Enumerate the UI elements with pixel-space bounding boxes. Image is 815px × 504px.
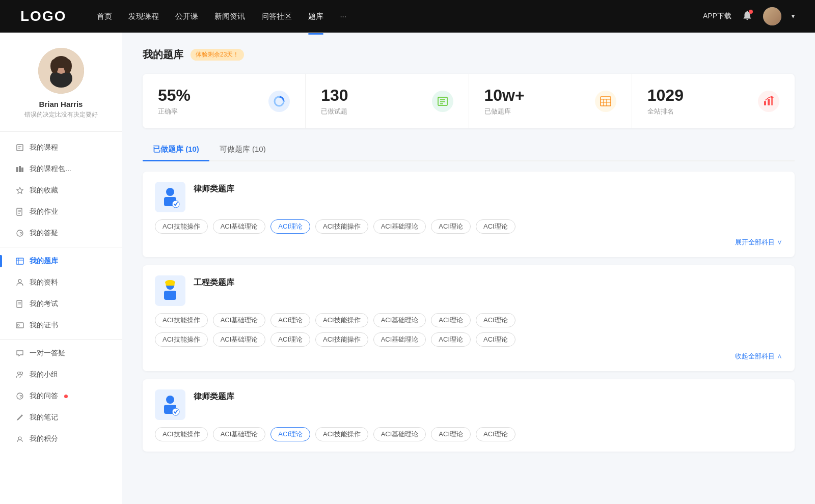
stat-accuracy: 55% 正确率 <box>143 74 306 128</box>
qa-label: 我的答疑 <box>30 229 58 238</box>
eng-tag-13[interactable]: ACI理论 <box>431 332 471 347</box>
sidebar-item-cert[interactable]: 我的证书 <box>0 315 122 336</box>
stat-done-banks-value: 10w+ <box>484 86 587 105</box>
sidebar-profile: Brian Harris 错误的决定比没有决定要好 <box>0 48 122 132</box>
sidebar-item-notes[interactable]: 我的笔记 <box>0 407 122 428</box>
sidebar-item-my-courses[interactable]: 我的课程 <box>0 137 122 158</box>
group-icon <box>15 370 24 379</box>
bank-engineer-collapse[interactable]: 收起全部科目 ∧ <box>155 352 782 361</box>
eng-tag-12[interactable]: ACI基础理论 <box>373 332 426 347</box>
tabs-row: 已做题库 (10) 可做题库 (10) <box>143 141 795 161</box>
user-avatar[interactable] <box>763 7 781 25</box>
sidebar-item-exam[interactable]: 我的考试 <box>0 293 122 315</box>
eng-tag-7[interactable]: ACI理论 <box>476 313 515 327</box>
eng-tag-9[interactable]: ACI基础理论 <box>213 332 266 347</box>
tag-aci-tech-2[interactable]: ACI技能操作 <box>315 219 368 234</box>
nav-more[interactable]: ··· <box>340 10 346 23</box>
l2-tag-1[interactable]: ACI技能操作 <box>155 427 208 441</box>
l2-tag-3[interactable]: ACI理论 <box>270 427 310 441</box>
bank-engineer-title: 工程类题库 <box>194 275 234 288</box>
svg-point-6 <box>64 59 72 73</box>
favorites-icon <box>15 186 24 195</box>
sidebar-item-homework[interactable]: 我的作业 <box>0 201 122 222</box>
nav-qa[interactable]: 问答社区 <box>261 10 292 23</box>
my-courses-icon <box>15 143 24 152</box>
sidebar-item-points[interactable]: 我的积分 <box>0 428 122 450</box>
sidebar-item-bank[interactable]: 我的题库 <box>0 250 122 272</box>
stat-done-icon <box>432 91 453 112</box>
tag-aci-theory-2[interactable]: ACI理论 <box>431 219 471 234</box>
bank-engineer-tags-row2: ACI技能操作 ACI基础理论 ACI理论 ACI技能操作 ACI基础理论 AC… <box>155 332 782 347</box>
course-pack-icon <box>15 164 24 174</box>
stat-accuracy-label: 正确率 <box>158 107 260 116</box>
svg-point-28 <box>17 324 19 326</box>
sidebar-item-course-pack[interactable]: 我的课程包... <box>0 158 122 180</box>
navbar-right: APP下载 ▾ <box>703 7 795 25</box>
favorites-label: 我的收藏 <box>30 186 58 195</box>
exam-label: 我的考试 <box>30 299 58 309</box>
svg-point-34 <box>18 437 21 440</box>
page-title: 我的题库 <box>143 48 183 62</box>
eng-tag-5[interactable]: ACI基础理论 <box>373 313 426 327</box>
qa-icon: ? <box>15 229 24 238</box>
l2-tag-2[interactable]: ACI基础理论 <box>213 427 266 441</box>
svg-point-30 <box>20 372 23 375</box>
sidebar-item-qa[interactable]: ? 我的答疑 <box>0 222 122 244</box>
nav-discover[interactable]: 发现课程 <box>128 10 159 23</box>
page-header: 我的题库 体验剩余23天！ <box>143 48 795 62</box>
engineer-icon <box>155 275 185 306</box>
sidebar-item-favorites[interactable]: 我的收藏 <box>0 180 122 201</box>
profile-label: 我的资料 <box>30 278 58 287</box>
eng-tag-2[interactable]: ACI基础理论 <box>213 313 266 327</box>
eng-tag-14[interactable]: ACI理论 <box>476 332 515 347</box>
tag-aci-theory-3[interactable]: ACI理论 <box>476 219 515 234</box>
l2-tag-4[interactable]: ACI技能操作 <box>315 427 368 441</box>
nav-bank[interactable]: 题库 <box>308 10 323 23</box>
sidebar-divider-2 <box>0 339 122 340</box>
tag-aci-tech-1[interactable]: ACI技能操作 <box>155 219 208 234</box>
tag-aci-theory-1[interactable]: ACI理论 <box>270 219 310 234</box>
sidebar-item-profile[interactable]: 我的资料 <box>0 272 122 293</box>
points-label: 我的积分 <box>30 434 58 443</box>
sidebar-item-one-on-one[interactable]: 一对一答疑 <box>0 343 122 364</box>
nav-news[interactable]: 新闻资讯 <box>214 10 245 23</box>
user-dropdown-arrow[interactable]: ▾ <box>792 13 795 20</box>
stat-done-banks-label: 已做题库 <box>484 107 587 116</box>
svg-rect-7 <box>17 145 23 151</box>
stat-site-rank-text: 1029 全站排名 <box>647 86 750 116</box>
logo[interactable]: LOGO <box>20 8 66 24</box>
tag-aci-basic-1[interactable]: ACI基础理论 <box>213 219 266 234</box>
tab-done-banks[interactable]: 已做题库 (10) <box>143 141 209 160</box>
tab-available-banks[interactable]: 可做题库 (10) <box>209 141 276 160</box>
app-download-button[interactable]: APP下载 <box>703 12 731 21</box>
one-on-one-label: 一对一答疑 <box>30 349 65 358</box>
bank-card-lawyer-2-header: 律师类题库 <box>155 389 782 420</box>
l2-tag-7[interactable]: ACI理论 <box>476 427 515 441</box>
eng-tag-4[interactable]: ACI技能操作 <box>315 313 368 327</box>
cert-label: 我的证书 <box>30 321 58 330</box>
svg-rect-20 <box>16 258 23 264</box>
sidebar-item-group[interactable]: 我的小组 <box>0 364 122 385</box>
bank-card-lawyer-1: 律师类题库 ACI技能操作 ACI基础理论 ACI理论 ACI技能操作 ACI基… <box>143 172 795 257</box>
l2-tag-6[interactable]: ACI理论 <box>431 427 471 441</box>
eng-tag-6[interactable]: ACI理论 <box>431 313 471 327</box>
l2-tag-5[interactable]: ACI基础理论 <box>373 427 426 441</box>
svg-point-49 <box>166 188 174 196</box>
nav-open-course[interactable]: 公开课 <box>175 10 198 23</box>
lawyer-1-icon <box>155 182 185 212</box>
eng-tag-8[interactable]: ACI技能操作 <box>155 332 208 347</box>
nav-home[interactable]: 首页 <box>97 10 112 23</box>
eng-tag-1[interactable]: ACI技能操作 <box>155 313 208 327</box>
bank-lawyer-1-expand[interactable]: 展开全部科目 ∨ <box>155 238 782 247</box>
tag-aci-basic-2[interactable]: ACI基础理论 <box>373 219 426 234</box>
svg-point-56 <box>166 396 174 404</box>
profile-icon <box>15 278 24 287</box>
notification-bell[interactable] <box>742 10 753 23</box>
notification-dot <box>749 10 753 14</box>
svg-point-5 <box>50 59 59 73</box>
eng-tag-3[interactable]: ACI理论 <box>270 313 310 327</box>
eng-tag-10[interactable]: ACI理论 <box>270 332 310 347</box>
sidebar-item-my-qa[interactable]: ? 我的问答 <box>0 385 122 407</box>
eng-tag-11[interactable]: ACI技能操作 <box>315 332 368 347</box>
bank-card-engineer-header: 工程类题库 <box>155 275 782 306</box>
